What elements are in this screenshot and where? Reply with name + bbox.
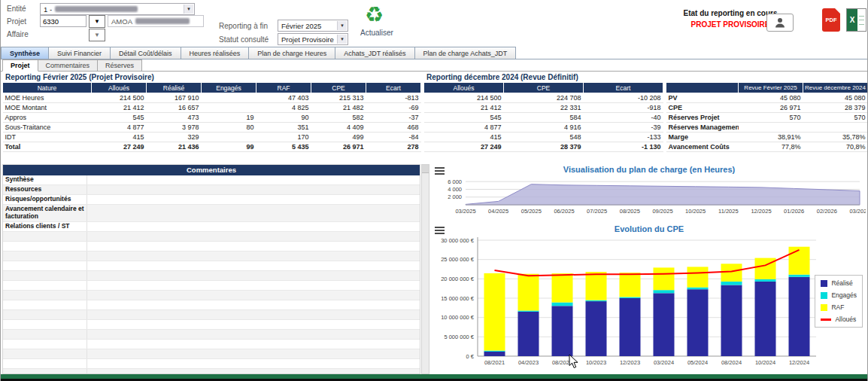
comment-row[interactable] (3, 340, 420, 349)
comment-value (87, 340, 420, 349)
table-row: MOE Heures214 500167 91047 403215 313-81… (3, 93, 421, 103)
comment-row[interactable] (3, 359, 420, 369)
projet-label: Projet (7, 17, 26, 26)
tab-d-tail-co-t-d-lais[interactable]: Détail Coût/délais (111, 47, 181, 59)
comment-row[interactable]: Risques/opportunités (3, 195, 420, 205)
pdf-export-icon[interactable]: PDF (822, 8, 840, 32)
entite-label: Entité (7, 5, 26, 13)
table-cell: Marge (666, 133, 739, 142)
excel-icon-sheet (857, 9, 866, 31)
tab-achats-jdt-r-alis-s[interactable]: Achats_JDT réalisés (335, 47, 414, 59)
statut-select[interactable]: Projet Provisoire ▼ (278, 33, 348, 45)
table-row: Appros5454731990582-37 (3, 113, 421, 123)
table-row: 4 8774 916-39 (424, 123, 663, 133)
table-cell: 80 (202, 123, 256, 133)
comment-row[interactable] (3, 281, 420, 291)
tab-suivi-financier[interactable]: Suivi Financier (49, 47, 111, 59)
svg-text:08/2025: 08/2025 (620, 208, 640, 215)
scrollbar-handle[interactable] (422, 165, 429, 173)
table-cell: 47 403 (256, 93, 311, 103)
comment-value (87, 281, 420, 290)
legend-swatch (821, 319, 831, 321)
summary-table: Revue Février 2025Revue décembre 2024PV4… (666, 82, 868, 152)
user-button[interactable] (766, 14, 794, 32)
comment-row[interactable] (3, 369, 420, 374)
comment-row[interactable]: Synthèse (3, 175, 420, 185)
comment-row[interactable] (3, 261, 420, 271)
table-cell: PV (666, 93, 739, 103)
entite-select[interactable]: 1 - ▼ (40, 3, 195, 15)
reporting-previous-title: Reporting décembre 2024 (Revue Définitif… (423, 72, 663, 82)
column-header: CPE (504, 83, 584, 93)
comment-row[interactable] (3, 232, 420, 242)
subtab-commentaires[interactable]: Commentaires (38, 59, 99, 72)
comment-row[interactable] (3, 251, 420, 261)
table-cell (803, 123, 868, 133)
table-row: PV45 08045 080 (666, 93, 868, 103)
affaire-dropdown-button[interactable]: ▼ (89, 29, 105, 41)
comment-row[interactable] (3, 242, 420, 251)
comment-row[interactable]: Ressources (3, 185, 420, 195)
comment-row[interactable] (3, 320, 420, 330)
svg-text:05/2025: 05/2025 (521, 208, 542, 215)
table-cell: 548 (504, 133, 584, 142)
comment-row[interactable] (3, 291, 420, 300)
comment-row[interactable] (3, 330, 420, 340)
projet-input[interactable] (40, 15, 86, 27)
comment-row[interactable] (3, 300, 420, 310)
svg-text:08/2021: 08/2021 (484, 359, 505, 366)
comment-value (87, 261, 420, 270)
summary-panel: Revue Février 2025Revue décembre 2024PV4… (666, 72, 867, 152)
excel-export-icon[interactable]: X (846, 8, 866, 32)
subtab-r-serves[interactable]: Réserves (98, 59, 142, 72)
table-cell: 468 (366, 123, 421, 133)
column-header: Revue décembre 2024 (803, 83, 868, 93)
svg-text:6 000: 6 000 (448, 178, 462, 185)
chart1-title: Visualisation du plan de charge (en Heur… (431, 164, 867, 175)
table-cell: 570 (739, 113, 803, 123)
projet-dropdown-button[interactable]: ▼ (89, 15, 105, 28)
table-cell: 415 (424, 133, 504, 142)
svg-text:04/2025: 04/2025 (488, 208, 508, 215)
tab-synth-se[interactable]: Synthèse (1, 47, 49, 59)
comment-row[interactable] (3, 310, 420, 320)
table-cell (739, 123, 803, 133)
comment-value (87, 300, 420, 309)
svg-text:06/2025: 06/2025 (554, 208, 574, 215)
table-cell: 28 379 (504, 142, 584, 152)
table-cell: 70,8% (803, 142, 868, 152)
tab-plan-de-charge-achats-jdt[interactable]: Plan de charge Achats_JDT (415, 47, 517, 59)
svg-text:03/2026: 03/2026 (849, 208, 866, 215)
table-cell: 4 877 (92, 123, 147, 133)
table-cell: -1 130 (584, 142, 663, 152)
sub-tab-bar: ProjetCommentairesRéserves (1, 59, 868, 72)
reporting-fin-select[interactable]: Février 2025 ▼ (278, 20, 348, 32)
comment-value (87, 310, 420, 319)
table-row: 415548-133 (424, 133, 663, 142)
comment-row[interactable] (3, 349, 420, 359)
tab-heures-r-alis-es[interactable]: Heures réalisées (181, 47, 250, 59)
table-cell: 38,91% (739, 133, 803, 142)
column-header (666, 83, 739, 93)
evolution-cpe-chart-panel: Evolution du CPE 0 €5 000 000 €10 000 00… (431, 224, 867, 374)
table-cell: 329 (147, 133, 202, 142)
tab-plan-de-charge-heures[interactable]: Plan de charge Heures (249, 47, 335, 59)
comment-row[interactable]: Relations clients / ST (3, 222, 420, 232)
comments-panel: Commentaires SynthèseRessourcesRisques/o… (2, 164, 420, 374)
table-row: Réserves Management (666, 123, 868, 133)
chart-menu-icon[interactable] (435, 227, 445, 236)
subtab-projet[interactable]: Projet (2, 59, 38, 72)
reporting-fin-label: Reporting à fin (219, 22, 268, 30)
table-cell (202, 93, 256, 103)
column-header: RAF (256, 83, 311, 93)
reporting-fin-value: Février 2025 (281, 22, 321, 30)
comment-value (87, 175, 420, 184)
table-cell: -133 (584, 133, 663, 142)
table-row: Réserves Projet570570 (666, 113, 868, 123)
refresh-recycle-icon[interactable]: ♻ (365, 5, 384, 26)
chart-menu-icon[interactable] (435, 167, 445, 176)
vertical-scrollbar[interactable] (421, 164, 429, 374)
comment-row[interactable]: Avancement calendaire et facturation (3, 205, 420, 222)
comment-row[interactable] (3, 271, 420, 281)
svg-text:10 000 000 €: 10 000 000 € (441, 314, 475, 321)
